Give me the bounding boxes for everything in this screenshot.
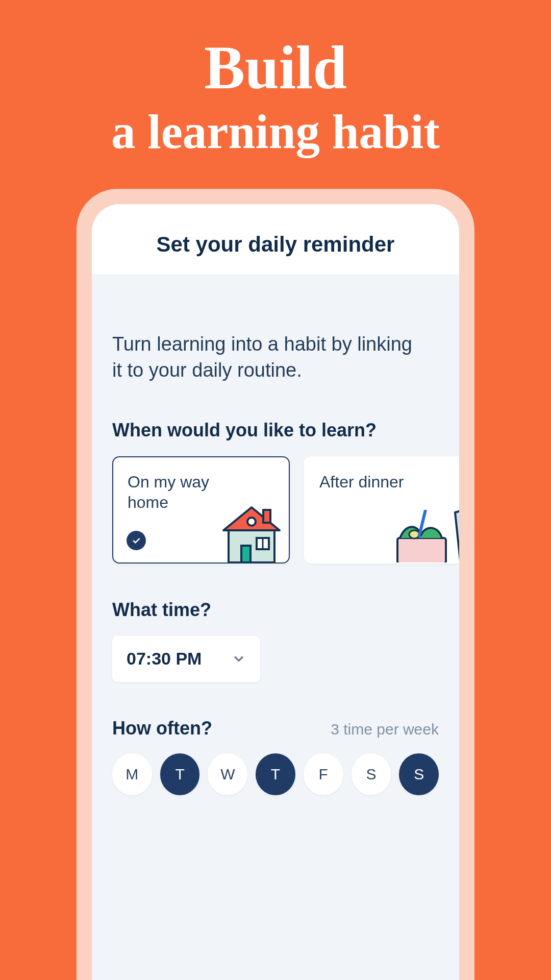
svg-rect-6 (263, 510, 270, 523)
house-icon (213, 502, 290, 564)
when-option-on-my-way-home[interactable]: On my way home (112, 456, 290, 564)
when-option-after-dinner[interactable]: After dinner (304, 456, 459, 564)
frequency-summary: 3 time per week (331, 721, 439, 738)
svg-marker-7 (455, 510, 459, 561)
question-when: When would you like to learn? (112, 420, 439, 441)
selected-check-icon (127, 531, 146, 550)
screen-title: Set your daily reminder (102, 232, 449, 257)
svg-rect-2 (241, 546, 251, 562)
day-toggle-thu[interactable]: T (256, 753, 295, 795)
day-toggle-fri[interactable]: F (304, 753, 343, 795)
svg-point-5 (247, 518, 256, 526)
day-toggle-sun[interactable]: S (399, 753, 439, 795)
day-toggle-mon[interactable]: M (112, 753, 152, 795)
phone-screen: Set your daily reminder Turn learning in… (92, 204, 459, 980)
phone-frame: Set your daily reminder Turn learning in… (77, 189, 474, 980)
time-select[interactable]: 07:30 PM (112, 636, 260, 682)
svg-rect-8 (397, 538, 446, 564)
when-options: On my way home (112, 456, 459, 564)
intro-text: Turn learning into a habit by linking it… (112, 331, 418, 384)
day-toggle-wed[interactable]: W (208, 753, 247, 795)
chevron-down-icon (232, 652, 246, 666)
time-value: 07:30 PM (127, 649, 202, 669)
question-how-often: How often? (112, 718, 212, 739)
svg-point-9 (409, 530, 419, 538)
when-option-label: After dinner (319, 472, 432, 492)
days-row: M T W T F S S (112, 753, 439, 795)
hero-heading: Build a learning habit (0, 0, 551, 159)
screen-body: Turn learning into a habit by linking it… (92, 275, 459, 795)
day-toggle-sat[interactable]: S (352, 753, 391, 795)
hero-line2: a learning habit (0, 105, 551, 159)
dinner-icon (390, 510, 459, 564)
question-what-time: What time? (112, 599, 439, 621)
hero-line1: Build (0, 36, 551, 100)
day-toggle-tue[interactable]: T (160, 753, 200, 795)
screen-header: Set your daily reminder (92, 204, 459, 275)
